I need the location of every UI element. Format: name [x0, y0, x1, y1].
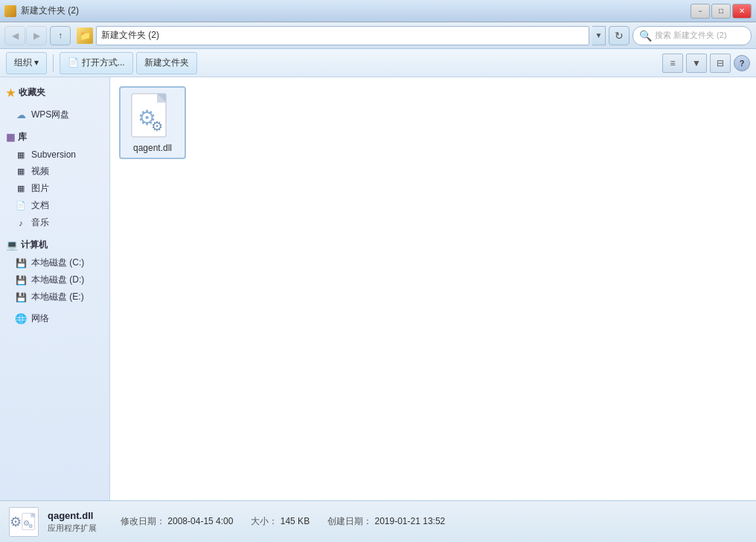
library-icon: ▦	[6, 132, 15, 143]
sidebar-favorites-header: ★ 收藏夹	[0, 83, 109, 102]
search-box[interactable]: 🔍 搜索 新建文件夹 (2)	[632, 26, 752, 45]
svg-text:⚙: ⚙	[28, 523, 33, 528]
toolbar-right: ≡ ▼ ⊟ ?	[662, 54, 750, 73]
address-text: 新建文件夹 (2)	[101, 29, 159, 42]
view-dropdown-button[interactable]: ▼	[686, 54, 707, 73]
sidebar-item-image[interactable]: ▦ 图片	[0, 180, 109, 197]
sidebar-library-label: 库	[18, 131, 27, 143]
status-filetype: 应用程序扩展	[48, 523, 97, 534]
status-size-label: 大小：	[251, 516, 278, 526]
close-button[interactable]: ✕	[732, 4, 752, 19]
sidebar-computer-label: 计算机	[21, 239, 48, 251]
file-icon-qagent: ⚙ ⚙	[129, 92, 176, 140]
video-icon: ▦	[15, 166, 27, 178]
titlebar-folder-icon	[4, 5, 16, 17]
content-area: ⚙ ⚙ qagent.dll	[110, 77, 756, 500]
sidebar-item-drive-d[interactable]: 💾 本地磁盘 (D:)	[0, 271, 109, 288]
sidebar-favorites-section: ★ 收藏夹	[0, 83, 109, 102]
titlebar-controls: － □ ✕	[691, 4, 752, 19]
titlebar-left: 新建文件夹 (2)	[4, 4, 79, 17]
sidebar-network-label: 网络	[31, 312, 49, 325]
sidebar-wps-section: ☁ WPS网盘	[0, 106, 109, 123]
computer-icon: 💻	[6, 239, 18, 251]
doc-icon: 📄	[15, 200, 27, 212]
organize-button[interactable]: 组织 ▾	[6, 52, 47, 74]
up-button[interactable]: ↑	[50, 26, 71, 45]
sidebar-image-label: 图片	[31, 182, 49, 195]
sidebar-network-section: 🌐 网络	[0, 310, 109, 327]
sidebar-item-video[interactable]: ▦ 视频	[0, 163, 109, 180]
svg-text:⚙: ⚙	[151, 119, 163, 134]
subversion-icon: ▦	[15, 149, 27, 161]
cloud-icon: ☁	[15, 109, 27, 121]
status-modified-value: 2008-04-15 4:00	[167, 516, 233, 526]
titlebar-title: 新建文件夹 (2)	[21, 4, 79, 17]
status-created: 创建日期： 2019-01-21 13:52	[327, 515, 445, 528]
sidebar-video-label: 视频	[31, 165, 49, 178]
image-icon: ▦	[15, 183, 27, 195]
sidebar-drive-e-label: 本地磁盘 (E:)	[31, 291, 84, 303]
status-modified: 修改日期： 2008-04-15 4:00	[121, 515, 233, 528]
drive-e-icon: 💾	[15, 291, 27, 303]
status-meta: 修改日期： 2008-04-15 4:00 大小： 145 KB 创建日期： 2…	[121, 515, 445, 528]
new-folder-label: 新建文件夹	[144, 57, 189, 69]
sidebar-favorites-label: 收藏夹	[19, 86, 45, 99]
help-button[interactable]: ?	[734, 55, 750, 71]
status-size-value: 145 KB	[281, 516, 310, 526]
refresh-button[interactable]: ↻	[609, 26, 630, 45]
sidebar-library-header: ▦ 库	[0, 128, 109, 146]
star-icon: ★	[6, 87, 16, 99]
status-created-value: 2019-01-21 13:52	[374, 516, 445, 526]
titlebar: 新建文件夹 (2) － □ ✕	[0, 0, 756, 22]
music-icon: ♪	[15, 217, 27, 229]
sidebar-item-drive-c[interactable]: 💾 本地磁盘 (C:)	[0, 254, 109, 271]
sidebar-drive-c-label: 本地磁盘 (C:)	[31, 257, 84, 269]
sidebar-item-music[interactable]: ♪ 音乐	[0, 214, 109, 231]
statusbar: ⚙ ⚙ qagent.dll 应用程序扩展 修改日期： 2008-04-15 4…	[0, 500, 756, 542]
sidebar-item-network[interactable]: 🌐 网络	[0, 310, 109, 327]
pane-toggle-button[interactable]: ⊟	[710, 54, 731, 73]
back-button[interactable]: ◀	[4, 26, 25, 45]
status-file-icon: ⚙ ⚙	[9, 507, 39, 537]
minimize-button[interactable]: －	[691, 4, 710, 19]
sidebar-computer-header: 💻 计算机	[0, 236, 109, 254]
file-grid: ⚙ ⚙ qagent.dll	[119, 86, 747, 159]
status-modified-label: 修改日期：	[121, 516, 165, 526]
new-folder-button[interactable]: 新建文件夹	[136, 52, 197, 74]
open-with-button[interactable]: 📄 打开方式...	[60, 52, 132, 74]
drive-d-icon: 💾	[15, 274, 27, 286]
toolbar-separator	[53, 54, 54, 72]
forward-button[interactable]: ▶	[26, 26, 47, 45]
main-area: ★ 收藏夹 ☁ WPS网盘 ▦ 库 ▦ Subversion ▦ 视频	[0, 77, 756, 500]
file-item-qagent[interactable]: ⚙ ⚙ qagent.dll	[119, 86, 186, 159]
sidebar-computer-section: 💻 计算机 💾 本地磁盘 (C:) 💾 本地磁盘 (D:) 💾 本地磁盘 (E:…	[0, 236, 109, 306]
sidebar-item-doc[interactable]: 📄 文档	[0, 197, 109, 214]
drive-c-icon: 💾	[15, 257, 27, 269]
maximize-button[interactable]: □	[711, 4, 731, 19]
view-toggle-button[interactable]: ≡	[662, 54, 683, 73]
sidebar-item-subversion[interactable]: ▦ Subversion	[0, 146, 109, 163]
sidebar-drive-d-label: 本地磁盘 (D:)	[31, 274, 84, 286]
addressbar: ◀ ▶ ↑ 📁 新建文件夹 (2) ▼ ↻ 🔍 搜索 新建文件夹 (2)	[0, 22, 756, 49]
network-icon: 🌐	[15, 313, 27, 325]
sidebar-item-wps[interactable]: ☁ WPS网盘	[0, 106, 109, 123]
sidebar-wps-label: WPS网盘	[31, 109, 69, 121]
organize-label: 组织 ▾	[14, 57, 39, 69]
sidebar-music-label: 音乐	[31, 216, 49, 229]
status-size: 大小： 145 KB	[251, 515, 310, 528]
sidebar-library-section: ▦ 库 ▦ Subversion ▦ 视频 ▦ 图片 📄 文档 ♪ 音乐	[0, 128, 109, 231]
open-with-label: 📄 打开方式...	[68, 57, 124, 69]
address-box[interactable]: 新建文件夹 (2)	[96, 26, 589, 45]
search-icon: 🔍	[639, 30, 652, 42]
status-filename: qagent.dll	[48, 510, 97, 521]
sidebar-subversion-label: Subversion	[31, 149, 76, 160]
address-folder-icon: 📁	[77, 28, 93, 44]
sidebar-doc-label: 文档	[31, 199, 49, 212]
nav-group: ◀ ▶	[4, 26, 47, 45]
sidebar-item-drive-e[interactable]: 💾 本地磁盘 (E:)	[0, 288, 109, 306]
search-placeholder: 搜索 新建文件夹 (2)	[655, 30, 727, 41]
address-dropdown[interactable]: ▼	[592, 26, 606, 45]
toolbar: 组织 ▾ 📄 打开方式... 新建文件夹 ≡ ▼ ⊟ ?	[0, 49, 756, 77]
sidebar: ★ 收藏夹 ☁ WPS网盘 ▦ 库 ▦ Subversion ▦ 视频	[0, 77, 110, 500]
status-created-label: 创建日期：	[327, 516, 372, 526]
